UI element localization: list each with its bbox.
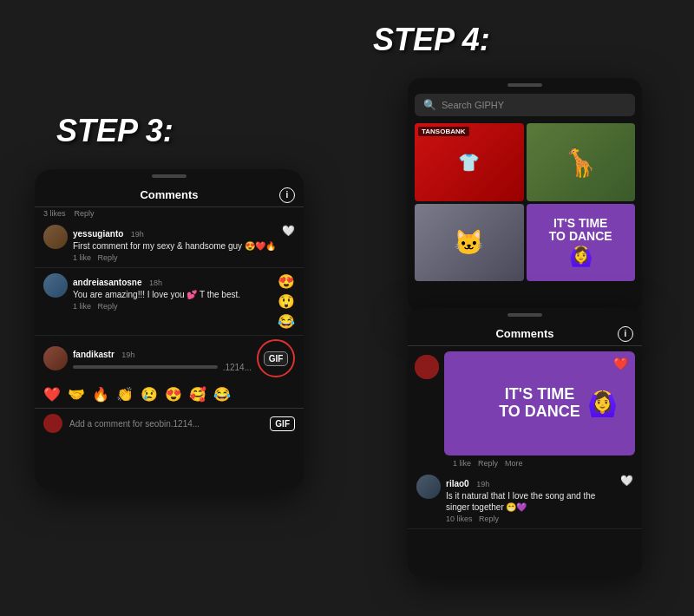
reaction-likes: 1 like bbox=[453, 459, 471, 468]
emoji-row: ❤️ 🤝 🔥 👏 😢 😍 🥰 😂 bbox=[35, 381, 304, 408]
bottom-time: 19h bbox=[476, 480, 489, 488]
gif-inner-button[interactable]: GIF bbox=[264, 351, 289, 366]
dance-text-small: IT'S TIMETO DANCE bbox=[549, 217, 612, 244]
bottom-phone-notch bbox=[507, 313, 542, 317]
gif-cell-cat[interactable]: 🐱 bbox=[415, 204, 524, 282]
bottom-comments-header: Comments i bbox=[408, 322, 642, 346]
like-reply-1: 1 like Reply bbox=[73, 253, 277, 262]
giphy-phone-notch bbox=[507, 83, 542, 87]
search-icon: 🔍 bbox=[423, 99, 436, 111]
username-3: fandikastr bbox=[73, 350, 115, 359]
reaction-more[interactable]: More bbox=[505, 459, 523, 468]
emoji-handshake[interactable]: 🤝 bbox=[68, 386, 85, 403]
comment-content-3: fandikastr 19h .1214... bbox=[73, 345, 252, 372]
gif-cell-sports[interactable]: TANSOBANK 👕 bbox=[415, 123, 524, 201]
emoji-laugh[interactable]: 😂 bbox=[213, 386, 231, 403]
comments-title: Comments bbox=[140, 188, 198, 201]
giphy-search-bar[interactable]: 🔍 Search GIPHY bbox=[415, 94, 635, 116]
c2-reply[interactable]: Reply bbox=[98, 302, 118, 311]
comment-text-2: You are amazing!!! I love you 💕 T the be… bbox=[73, 289, 272, 300]
emoji-heart[interactable]: ❤️ bbox=[43, 386, 61, 403]
info-icon[interactable]: i bbox=[279, 187, 295, 203]
avatar-self bbox=[43, 414, 62, 433]
phone-step4-bottom: Comments i IT'S TIME TO DANCE 🙆‍♀️ ❤️ 1 … bbox=[408, 308, 642, 577]
gif-button-input[interactable]: GIF bbox=[270, 416, 295, 431]
number-display: .1214... bbox=[223, 363, 252, 372]
gif-cell-giraffe[interactable]: 🦒 bbox=[527, 123, 636, 201]
time-3: 19h bbox=[121, 351, 134, 359]
bottom-heart-icon[interactable]: 🤍 bbox=[620, 475, 633, 487]
likes-count: 3 likes bbox=[43, 209, 66, 218]
like-reply-2: 1 like Reply bbox=[73, 302, 272, 311]
bottom-like-reply: 10 likes Reply bbox=[446, 514, 615, 523]
comment-content-1: yessugianto 19h First comment for my sex… bbox=[73, 225, 277, 262]
bottom-reply[interactable]: Reply bbox=[479, 514, 499, 523]
gif-cell-dance[interactable]: IT'S TIMETO DANCE 🙆‍♀️ bbox=[527, 204, 636, 282]
time-1: 19h bbox=[131, 230, 144, 239]
dance-figure-icon: 🙆‍♀️ bbox=[587, 390, 618, 418]
reaction-reply[interactable]: Reply bbox=[478, 459, 498, 468]
phone-notch bbox=[152, 174, 187, 178]
dance-gif-posted: IT'S TIME TO DANCE 🙆‍♀️ bbox=[444, 351, 635, 455]
bottom-comment-content: rilao0 19h Is it natural that I love the… bbox=[446, 475, 615, 523]
fandikastr-row: fandikastr 19h .1214... GIF bbox=[35, 336, 304, 381]
c1-likes: 1 like bbox=[73, 253, 91, 262]
phone-step4-top: 🔍 Search GIPHY TANSOBANK 👕 🦒 🐱 IT'S TIME… bbox=[408, 78, 642, 312]
emoji-heart-eyes[interactable]: 😍 bbox=[165, 386, 182, 403]
avatar-2 bbox=[43, 273, 68, 298]
comments-header: Comments i bbox=[35, 183, 304, 207]
bottom-info-icon[interactable]: i bbox=[618, 326, 633, 342]
bottom-username: rilao0 bbox=[446, 479, 469, 488]
dance-gif-text-line1: IT'S TIME bbox=[505, 386, 574, 403]
step3-label: STEP 3: bbox=[56, 113, 174, 149]
bottom-avatar bbox=[416, 475, 441, 499]
heart-icon-1[interactable]: 🤍 bbox=[282, 225, 295, 237]
bottom-comment-row: rilao0 19h Is it natural that I love the… bbox=[408, 469, 642, 529]
giphy-search-input[interactable]: Search GIPHY bbox=[442, 100, 626, 110]
username-1: yessugianto bbox=[73, 229, 123, 239]
progress-bar bbox=[73, 365, 218, 369]
emoji-sad[interactable]: 😢 bbox=[141, 386, 158, 403]
gif-button-circled[interactable]: GIF bbox=[257, 339, 295, 377]
time-2: 18h bbox=[149, 279, 162, 287]
heart-badge[interactable]: ❤️ bbox=[613, 357, 628, 370]
emoji-love[interactable]: 🥰 bbox=[189, 386, 206, 403]
emoji-fire[interactable]: 🔥 bbox=[92, 386, 109, 403]
c2-likes: 1 like bbox=[73, 302, 91, 311]
c1-reply[interactable]: Reply bbox=[98, 253, 118, 262]
comment-content-2: andreiasantosne 18h You are amazing!!! I… bbox=[73, 273, 272, 311]
avatar-3 bbox=[43, 346, 68, 370]
reply-link[interactable]: Reply bbox=[75, 209, 95, 218]
comment-text-1: First comment for my sexy & handsome guy… bbox=[73, 240, 277, 252]
avatar-1 bbox=[43, 225, 68, 249]
bottom-comment-text: Is it natural that I love the song and t… bbox=[446, 490, 615, 513]
giphy-grid: TANSOBANK 👕 🦒 🐱 IT'S TIMETO DANCE 🙆‍♀️ bbox=[408, 123, 642, 288]
step3-likes-reply: 3 likes Reply bbox=[35, 207, 304, 220]
bottom-comments-title: Comments bbox=[495, 327, 553, 340]
dance-gif-text-line2: TO DANCE bbox=[499, 403, 580, 421]
reaction-row: 1 like Reply More bbox=[408, 457, 642, 469]
bottom-likes: 10 likes bbox=[446, 514, 473, 523]
emoji-clap[interactable]: 👏 bbox=[116, 386, 134, 403]
poster-avatar bbox=[415, 355, 439, 379]
comment-row-1: yessugianto 19h First comment for my sex… bbox=[35, 220, 304, 268]
step4-label: STEP 4: bbox=[373, 22, 490, 58]
phone-step3: Comments i 3 likes Reply yessugianto 19h… bbox=[35, 169, 304, 490]
comment-row-2: andreiasantosne 18h You are amazing!!! I… bbox=[35, 268, 304, 336]
username-2: andreiasantosne bbox=[73, 278, 141, 287]
main-container: STEP 3: STEP 4: Comments i 3 likes Reply… bbox=[0, 0, 694, 616]
comment-input-placeholder[interactable]: Add a comment for seobin.1214... bbox=[69, 419, 263, 429]
comment-input-bar: Add a comment for seobin.1214... GIF bbox=[35, 408, 304, 438]
